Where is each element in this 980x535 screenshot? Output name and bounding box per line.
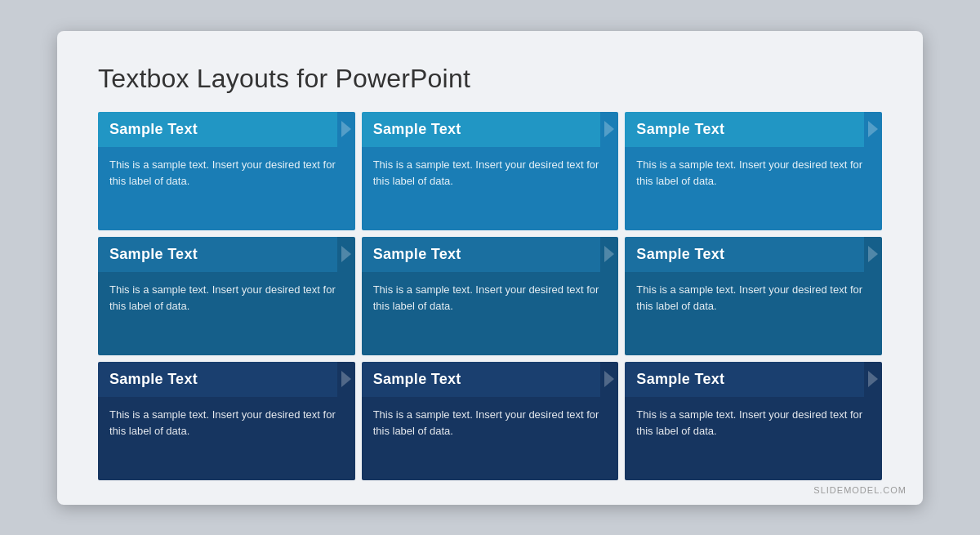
card-body-text-r3-c1: This is a sample text. Insert your desir…	[109, 407, 344, 439]
card-r1-c2: Sample TextThis is a sample text. Insert…	[362, 112, 619, 230]
card-header-text-r3-c1: Sample Text	[109, 371, 198, 388]
arrow-tab-r1-c3	[864, 112, 882, 147]
svg-marker-0	[341, 121, 351, 137]
arrow-tab-r2-c2	[600, 237, 618, 272]
svg-marker-5	[868, 246, 878, 262]
arrow-tab-r2-c3	[864, 237, 882, 272]
card-header-text-r1-c2: Sample Text	[373, 121, 461, 138]
svg-marker-6	[341, 371, 351, 387]
svg-marker-2	[868, 121, 878, 137]
card-r2-c2: Sample TextThis is a sample text. Insert…	[362, 237, 619, 355]
slide-title: Textbox Layouts for PowerPoint	[98, 64, 882, 94]
card-header-text-r3-c2: Sample Text	[373, 371, 461, 388]
card-r3-c2: Sample TextThis is a sample text. Insert…	[362, 362, 619, 480]
card-header-text-r1-c1: Sample Text	[109, 121, 198, 138]
card-grid: Sample TextThis is a sample text. Insert…	[98, 112, 882, 480]
card-r2-c3: Sample TextThis is a sample text. Insert…	[625, 237, 882, 355]
card-body-text-r2-c1: This is a sample text. Insert your desir…	[109, 282, 344, 314]
slide: Textbox Layouts for PowerPoint Sample Te…	[57, 31, 923, 505]
arrow-tab-r1-c2	[600, 112, 618, 147]
card-body-text-r2-c2: This is a sample text. Insert your desir…	[373, 282, 608, 314]
card-header-text-r3-c3: Sample Text	[636, 371, 724, 388]
svg-marker-7	[604, 371, 614, 387]
arrow-tab-r3-c1	[337, 362, 355, 397]
card-header-text-r2-c3: Sample Text	[636, 246, 724, 263]
card-body-text-r1-c3: This is a sample text. Insert your desir…	[636, 157, 871, 189]
card-body-text-r2-c3: This is a sample text. Insert your desir…	[636, 282, 871, 314]
arrow-tab-r3-c2	[600, 362, 618, 397]
card-r3-c3: Sample TextThis is a sample text. Insert…	[625, 362, 882, 480]
arrow-tab-r2-c1	[337, 237, 355, 272]
card-header-text-r2-c1: Sample Text	[109, 246, 198, 263]
card-body-text-r3-c2: This is a sample text. Insert your desir…	[373, 407, 608, 439]
svg-marker-3	[341, 246, 351, 262]
svg-marker-4	[604, 246, 614, 262]
svg-marker-8	[868, 371, 878, 387]
card-body-text-r3-c3: This is a sample text. Insert your desir…	[636, 407, 871, 439]
card-r3-c1: Sample TextThis is a sample text. Insert…	[98, 362, 355, 480]
card-body-text-r1-c2: This is a sample text. Insert your desir…	[373, 157, 608, 189]
card-body-text-r1-c1: This is a sample text. Insert your desir…	[109, 157, 344, 189]
arrow-tab-r1-c1	[337, 112, 355, 147]
card-header-text-r2-c2: Sample Text	[373, 246, 461, 263]
svg-marker-1	[604, 121, 614, 137]
card-header-text-r1-c3: Sample Text	[636, 121, 724, 138]
card-r1-c1: Sample TextThis is a sample text. Insert…	[98, 112, 355, 230]
card-r1-c3: Sample TextThis is a sample text. Insert…	[625, 112, 882, 230]
arrow-tab-r3-c3	[864, 362, 882, 397]
card-r2-c1: Sample TextThis is a sample text. Insert…	[98, 237, 355, 355]
watermark: SLIDEMODEL.COM	[813, 485, 906, 495]
